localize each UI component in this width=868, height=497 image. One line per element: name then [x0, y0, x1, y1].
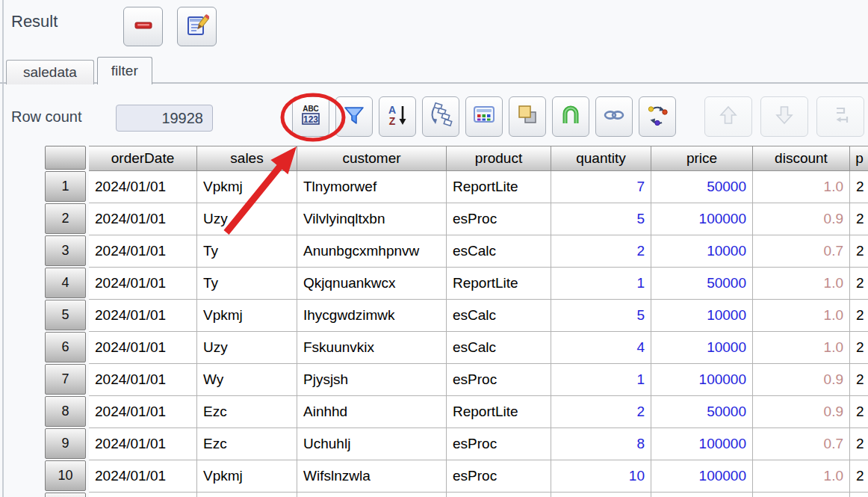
cell-quantity[interactable]: 7	[551, 171, 651, 203]
cell-price[interactable]: 100000	[651, 428, 753, 460]
cell-product[interactable]: esProc	[447, 460, 551, 493]
row-count-field[interactable]: 19928	[116, 105, 213, 132]
row-number-cell[interactable]: 6	[45, 332, 86, 362]
cell-price[interactable]: 50000	[651, 396, 753, 428]
cell-sales[interactable]: Vpkmj	[197, 171, 297, 203]
cell-orderdate[interactable]: 2024/01/01	[89, 332, 197, 364]
cell-discount[interactable]: 1.0	[753, 332, 850, 364]
cell-discount[interactable]: 0.9	[753, 364, 850, 396]
cell-orderdate[interactable]: 2024/01/01	[89, 396, 197, 428]
sort-button[interactable]: A Z	[379, 96, 416, 137]
cell-product[interactable]: esCalc	[447, 235, 551, 268]
cell-sales[interactable]: Ty	[197, 235, 297, 268]
cell-discount[interactable]: 0.7	[753, 235, 850, 268]
cell-discount[interactable]: 1.0	[753, 268, 850, 300]
cell-discount[interactable]: 0.9	[753, 396, 850, 428]
cell-product[interactable]: esProc	[447, 428, 551, 460]
cell-product[interactable]: ReportLite	[447, 171, 551, 203]
column-header-orderdate[interactable]: orderDate	[89, 146, 197, 171]
magnet-button[interactable]	[552, 96, 589, 137]
column-header-sales[interactable]: sales	[197, 146, 297, 171]
cell-customer[interactable]: Pjysjsh	[297, 364, 447, 396]
corner-header-cell[interactable]	[45, 146, 86, 170]
cell-extra[interactable]: 2	[850, 203, 868, 235]
cell-extra[interactable]: 2	[850, 428, 868, 460]
refresh-button[interactable]	[639, 96, 676, 137]
cell-orderdate[interactable]: 2024/01/01	[89, 460, 197, 493]
cell-orderdate[interactable]: 2024/01/01	[89, 364, 197, 396]
cell-price[interactable]: 50000	[651, 171, 753, 203]
row-number-cell[interactable]: 4	[45, 268, 86, 298]
row-number-cell[interactable]: 8	[45, 396, 86, 427]
column-header-product[interactable]: product	[447, 146, 551, 171]
cell-orderdate[interactable]	[89, 493, 197, 497]
cell-sales[interactable]: Ezc	[197, 428, 297, 460]
edit-button[interactable]	[177, 7, 217, 46]
cell-price[interactable]: 100000	[651, 203, 753, 235]
cell-customer[interactable]: Ihycgwdzimwk	[297, 300, 447, 332]
row-number-cell[interactable]: 2	[45, 203, 86, 234]
cell-sales[interactable]: Ty	[197, 268, 297, 300]
cell-orderdate[interactable]: 2024/01/01	[89, 203, 197, 235]
row-number-cell[interactable]: 3	[45, 235, 86, 266]
cell-extra[interactable]: 2	[850, 268, 868, 300]
cell-price[interactable]: 100000	[651, 364, 753, 396]
cell-sales[interactable]: Ezc	[197, 396, 297, 428]
cell-product[interactable]: ReportLite	[447, 396, 551, 428]
cell-extra[interactable]: 2	[850, 332, 868, 364]
row-number-cell[interactable]	[45, 493, 86, 497]
cascade-button[interactable]	[422, 96, 459, 137]
cell-price[interactable]: 100000	[651, 460, 753, 493]
data-type-button[interactable]: ABC 123	[292, 96, 329, 137]
cell-quantity[interactable]: 2	[551, 396, 651, 428]
cell-sales[interactable]	[197, 493, 297, 497]
cell-customer[interactable]: Qkjqnuankwcx	[297, 268, 447, 300]
cell-orderdate[interactable]: 2024/01/01	[89, 268, 197, 300]
cell-orderdate[interactable]: 2024/01/01	[89, 235, 197, 268]
cell-product[interactable]: esProc	[447, 203, 551, 235]
cell-quantity[interactable]: 5	[551, 203, 651, 235]
cell-orderdate[interactable]: 2024/01/01	[89, 428, 197, 460]
column-header-clipped[interactable]: p	[850, 146, 868, 171]
cell-sales[interactable]: Vpkmj	[197, 460, 297, 493]
cell-price[interactable]: 50000	[651, 268, 753, 300]
row-number-cell[interactable]: 9	[45, 428, 86, 459]
move-into-button[interactable]	[816, 96, 864, 137]
column-header-price[interactable]: price	[651, 146, 753, 171]
move-up-button[interactable]	[704, 96, 752, 137]
cell-discount[interactable]: 0.9	[753, 203, 850, 235]
cell-quantity[interactable]: 4	[551, 332, 651, 364]
cell-extra[interactable]	[850, 493, 868, 497]
cell-product[interactable]: esCalc	[447, 300, 551, 332]
tab-saledata[interactable]: saledata	[6, 60, 94, 84]
cell-extra[interactable]: 2	[850, 364, 868, 396]
cell-customer[interactable]: Vilvlyinqltxbn	[297, 203, 447, 235]
cell-discount[interactable]: 1.0	[753, 171, 850, 203]
cell-quantity[interactable]: 5	[551, 300, 651, 332]
cell-quantity[interactable]	[551, 493, 651, 497]
column-header-discount[interactable]: discount	[753, 146, 850, 171]
cell-customer[interactable]: Fskuunvkix	[297, 332, 447, 364]
cell-extra[interactable]: 2	[850, 460, 868, 493]
cell-sales[interactable]: Wy	[197, 364, 297, 396]
cell-customer[interactable]: Ainhhd	[297, 396, 447, 428]
cell-quantity[interactable]: 1	[551, 268, 651, 300]
cell-discount[interactable]: 1.0	[753, 300, 850, 332]
cell-discount[interactable]	[753, 493, 850, 497]
cell-customer[interactable]	[297, 493, 447, 497]
cell-price[interactable]: 10000	[651, 300, 753, 332]
cell-extra[interactable]: 2	[850, 300, 868, 332]
cell-product[interactable]	[447, 493, 551, 497]
cell-quantity[interactable]: 8	[551, 428, 651, 460]
aggregate-button[interactable]	[465, 96, 503, 137]
column-header-quantity[interactable]: quantity	[551, 146, 651, 171]
cell-orderdate[interactable]: 2024/01/01	[89, 300, 197, 332]
cell-discount[interactable]: 1.0	[753, 460, 850, 493]
cell-product[interactable]: esCalc	[447, 332, 551, 364]
cell-price[interactable]	[651, 493, 753, 497]
cell-quantity[interactable]: 10	[551, 460, 651, 493]
column-header-customer[interactable]: customer	[297, 146, 447, 171]
row-number-cell[interactable]: 1	[45, 171, 86, 202]
cell-price[interactable]: 10000	[651, 332, 753, 364]
cell-sales[interactable]: Vpkmj	[197, 300, 297, 332]
